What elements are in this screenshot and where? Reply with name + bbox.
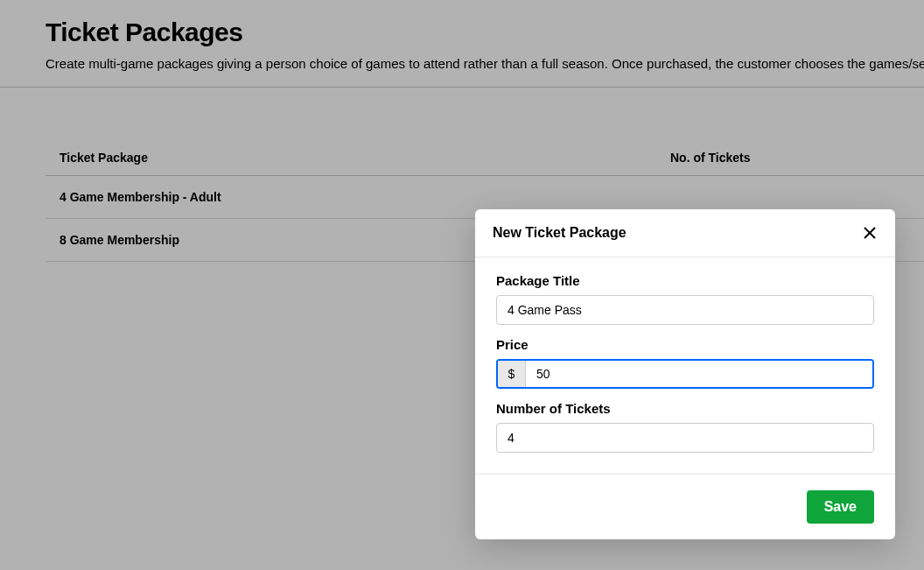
modal-body: Package Title Price $ Number of Tickets — [475, 257, 895, 474]
form-group-tickets: Number of Tickets — [496, 401, 874, 453]
form-group-price: Price $ — [496, 337, 874, 389]
modal-footer: Save — [475, 474, 895, 539]
modal-header: New Ticket Package — [475, 209, 895, 257]
currency-prefix: $ — [498, 361, 526, 387]
label-num-tickets: Number of Tickets — [496, 401, 874, 416]
form-group-title: Package Title — [496, 273, 874, 325]
label-package-title: Package Title — [496, 273, 874, 288]
close-icon — [864, 227, 876, 239]
save-button[interactable]: Save — [807, 490, 874, 524]
new-package-modal: New Ticket Package Package Title Price $… — [475, 209, 895, 539]
num-tickets-input[interactable] — [496, 423, 874, 453]
close-button[interactable] — [862, 225, 878, 241]
price-input-wrapper: $ — [496, 359, 874, 389]
modal-title: New Ticket Package — [493, 225, 626, 241]
label-price: Price — [496, 337, 874, 352]
price-input[interactable] — [526, 361, 872, 387]
package-title-input[interactable] — [496, 295, 874, 325]
